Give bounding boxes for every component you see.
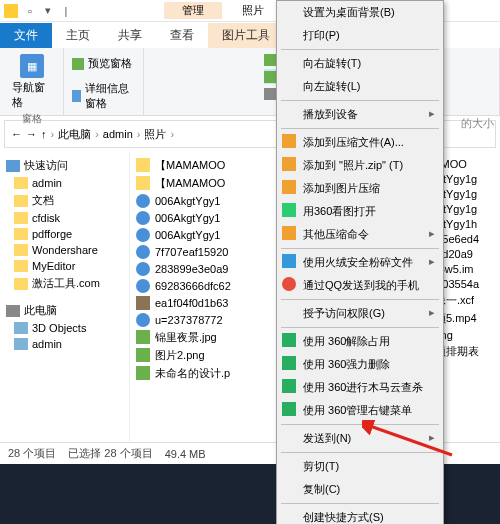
ctx-add-image-zip[interactable]: 添加到图片压缩: [277, 177, 443, 200]
fwd-icon[interactable]: →: [26, 128, 37, 140]
nav-pane-icon: ▦: [20, 54, 44, 78]
folder-icon: [14, 228, 28, 240]
up-icon[interactable]: ↑: [41, 128, 47, 140]
sidebar: 快速访问 admin文档cfdiskpdfforgeWondershareMyE…: [0, 152, 130, 442]
ctx-add-to-named-zip[interactable]: 添加到 "照片.zip" (T): [277, 154, 443, 177]
star-icon: [6, 160, 20, 172]
tab-file[interactable]: 文件: [0, 23, 52, 48]
qat-btn[interactable]: ▫: [22, 3, 38, 19]
ctx-360-force-delete[interactable]: 使用 360强力删除: [277, 353, 443, 376]
tab-share[interactable]: 共享: [104, 23, 156, 48]
ctx-play-to-device[interactable]: 播放到设备▸: [277, 103, 443, 126]
360-icon: [282, 356, 296, 370]
ctx-360-menu[interactable]: 使用 360管理右键菜单: [277, 399, 443, 422]
folder-icon: [14, 177, 28, 189]
qat-btn[interactable]: ▾: [40, 3, 56, 19]
ctx-rotate-right[interactable]: 向右旋转(T): [277, 52, 443, 75]
zip-icon: [282, 134, 296, 148]
ctx-360-scan[interactable]: 使用 360进行木马云查杀: [277, 376, 443, 399]
folder-icon: [4, 4, 18, 18]
folder-icon: [14, 278, 28, 290]
sidebar-item[interactable]: 文档: [0, 191, 129, 210]
ctx-qq-send[interactable]: 通过QQ发送到我的手机: [277, 274, 443, 297]
file-icon: [136, 279, 150, 293]
sidebar-item[interactable]: admin: [0, 336, 129, 352]
tab-home[interactable]: 主页: [52, 23, 104, 48]
folder-icon: [14, 260, 28, 272]
sidebar-item[interactable]: Wondershare: [0, 242, 129, 258]
360-icon: [282, 402, 296, 416]
folder-icon: [14, 212, 28, 224]
tab-picture-tools[interactable]: 图片工具: [208, 23, 284, 48]
sidebar-item[interactable]: 3D Objects: [0, 320, 129, 336]
contextual-tab-label: 管理: [164, 2, 222, 19]
context-menu: 设置为桌面背景(B) 打印(P) 向右旋转(T) 向左旋转(L) 播放到设备▸ …: [276, 0, 444, 524]
ctx-set-background[interactable]: 设置为桌面背景(B): [277, 1, 443, 24]
qat-divider: |: [58, 3, 74, 19]
file-icon: [136, 348, 150, 362]
crumb-user[interactable]: admin: [103, 128, 133, 140]
file-icon: [136, 366, 150, 380]
crumb-folder[interactable]: 照片: [144, 127, 166, 142]
ctx-shortcut[interactable]: 创建快捷方式(S): [277, 506, 443, 524]
status-size: 49.4 MB: [165, 448, 206, 460]
sidebar-item[interactable]: cfdisk: [0, 210, 129, 226]
file-icon: [136, 228, 150, 242]
360-icon: [282, 379, 296, 393]
ctx-add-to-zip[interactable]: 添加到压缩文件(A)...: [277, 131, 443, 154]
crumb-pc[interactable]: 此电脑: [58, 127, 91, 142]
file-icon: [136, 176, 150, 190]
details-pane-button[interactable]: 详细信息窗格: [72, 81, 135, 111]
ctx-other-zip[interactable]: 其他压缩命令▸: [277, 223, 443, 246]
file-icon: [136, 262, 150, 276]
status-selected: 已选择 28 个项目: [68, 446, 152, 461]
preview-icon: [72, 58, 84, 70]
back-icon[interactable]: ←: [11, 128, 22, 140]
zip-icon: [282, 180, 296, 194]
360-icon: [282, 333, 296, 347]
file-icon: [136, 194, 150, 208]
file-icon: [136, 330, 150, 344]
size-hint: 的大小: [461, 116, 494, 131]
folder-icon: [14, 338, 28, 350]
shield-icon: [282, 254, 296, 268]
group-panes-label: 窗格: [22, 112, 42, 126]
ctx-grant-access[interactable]: 授予访问权限(G)▸: [277, 302, 443, 325]
ctx-shred[interactable]: 使用火绒安全粉碎文件▸: [277, 251, 443, 274]
ctx-rotate-left[interactable]: 向左旋转(L): [277, 75, 443, 98]
app-icon: [282, 203, 296, 217]
nav-pane-label: 导航窗格: [12, 80, 51, 110]
file-icon: [136, 158, 150, 172]
qq-icon: [282, 277, 296, 291]
sidebar-item[interactable]: pdfforge: [0, 226, 129, 242]
nav-pane-button[interactable]: ▦ 导航窗格: [8, 52, 55, 112]
file-icon: [136, 313, 150, 327]
pc-icon: [6, 305, 20, 317]
quick-access-toolbar: ▫ ▾ |: [22, 3, 74, 19]
ctx-copy[interactable]: 复制(C): [277, 478, 443, 501]
ctx-cut[interactable]: 剪切(T): [277, 455, 443, 478]
file-icon: [136, 296, 150, 310]
ctx-print[interactable]: 打印(P): [277, 24, 443, 47]
sidebar-item[interactable]: MyEditor: [0, 258, 129, 274]
tab-view[interactable]: 查看: [156, 23, 208, 48]
zip-icon: [282, 157, 296, 171]
file-icon: [136, 211, 150, 225]
file-icon: [136, 245, 150, 259]
window-title: 照片: [242, 3, 264, 18]
folder-icon: [14, 322, 28, 334]
ctx-send-to[interactable]: 发送到(N)▸: [277, 427, 443, 450]
sidebar-item[interactable]: admin: [0, 175, 129, 191]
sidebar-quick-access[interactable]: 快速访问: [0, 156, 129, 175]
preview-pane-button[interactable]: 预览窗格: [72, 56, 132, 71]
ctx-open-360view[interactable]: 用360看图打开: [277, 200, 443, 223]
status-count: 28 个项目: [8, 446, 56, 461]
folder-icon: [14, 195, 28, 207]
sidebar-item[interactable]: 激活工具.com: [0, 274, 129, 293]
sidebar-this-pc[interactable]: 此电脑: [0, 301, 129, 320]
zip-icon: [282, 226, 296, 240]
folder-icon: [14, 244, 28, 256]
details-icon: [72, 90, 81, 102]
ctx-360-unlock[interactable]: 使用 360解除占用: [277, 330, 443, 353]
